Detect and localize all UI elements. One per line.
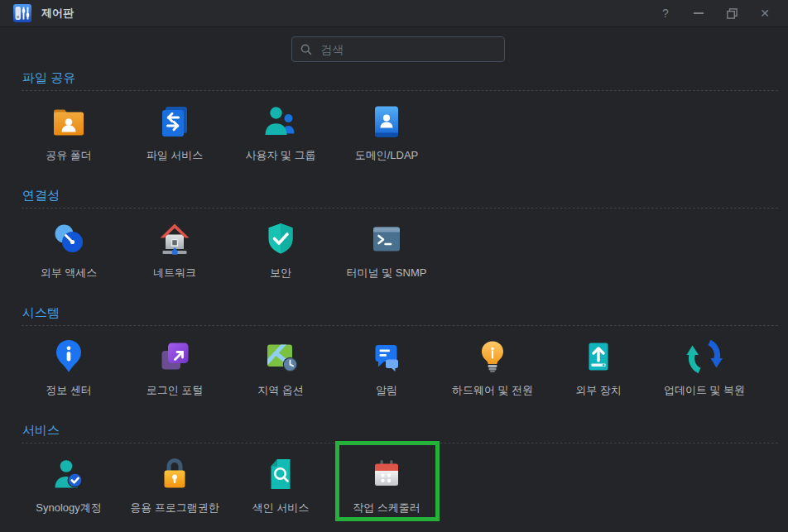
item-application-privileges[interactable]: 응용 프로그램권한 xyxy=(122,454,228,514)
section-title: 시스템 xyxy=(22,305,788,319)
item-terminal-snmp[interactable]: 터미널 및 SNMP xyxy=(334,219,440,279)
users-groups-icon xyxy=(261,102,300,141)
item-label: 로그인 포털 xyxy=(147,384,204,396)
synology-account-icon xyxy=(49,454,89,494)
item-label: 하드웨어 및 전원 xyxy=(452,384,533,396)
item-label: 공유 폴더 xyxy=(46,149,92,161)
item-external-devices[interactable]: 외부 장치 xyxy=(545,337,651,396)
item-label: 작업 스케줄러 xyxy=(353,501,420,514)
item-notifications[interactable]: 알림 xyxy=(334,337,440,396)
info-center-icon xyxy=(49,337,89,376)
security-icon xyxy=(261,219,300,259)
item-label: 정보 센터 xyxy=(46,384,92,396)
close-button[interactable]: ✕ xyxy=(758,7,771,20)
hardware-power-icon xyxy=(473,337,512,376)
network-icon xyxy=(155,219,195,259)
window-title: 제어판 xyxy=(41,6,74,21)
item-security[interactable]: 보안 xyxy=(228,219,334,279)
maximize-button[interactable] xyxy=(725,7,738,20)
control-panel-app-icon xyxy=(13,4,31,22)
item-label: 외부 장치 xyxy=(575,384,622,396)
search-icon xyxy=(300,43,312,56)
section-services: 서비스 Synology계정 xyxy=(0,423,788,514)
restore-icon xyxy=(727,8,738,19)
search-input[interactable] xyxy=(319,42,496,57)
login-portal-icon xyxy=(155,337,195,376)
section-title: 서비스 xyxy=(22,423,788,437)
item-indexing-service[interactable]: 색인 서비스 xyxy=(228,454,334,514)
item-info-center[interactable]: 정보 센터 xyxy=(16,337,122,396)
window-titlebar: 제어판 ? ✕ xyxy=(0,0,788,27)
shared-folder-icon xyxy=(49,102,89,141)
section-title: 파일 공유 xyxy=(22,70,788,84)
minimize-icon xyxy=(694,12,704,14)
item-network[interactable]: 네트워크 xyxy=(122,219,228,279)
section-connectivity: 연결성 외부 액세스 xyxy=(0,188,788,279)
item-label: 네트워크 xyxy=(153,266,196,279)
task-scheduler-icon xyxy=(367,454,406,494)
item-label: 파일 서비스 xyxy=(147,149,204,161)
item-label: 지역 옵션 xyxy=(257,384,304,396)
section-title: 연결성 xyxy=(22,188,788,202)
section-file-sharing: 파일 공유 공유 폴더 xyxy=(0,70,788,161)
item-shared-folder[interactable]: 공유 폴더 xyxy=(16,102,122,161)
item-label: 도메인/LDAP xyxy=(355,149,419,161)
item-regional-options[interactable]: 지역 옵션 xyxy=(228,337,334,396)
item-file-services[interactable]: 파일 서비스 xyxy=(122,102,228,161)
external-access-icon xyxy=(49,219,89,259)
search-row xyxy=(0,27,788,62)
item-users-groups[interactable]: 사용자 및 그룹 xyxy=(228,102,334,161)
indexing-service-icon xyxy=(261,454,300,494)
item-label: 터미널 및 SNMP xyxy=(347,266,427,279)
update-restore-icon xyxy=(685,337,724,376)
notifications-icon xyxy=(367,337,406,376)
external-devices-icon xyxy=(579,337,618,376)
item-label: 보안 xyxy=(270,266,291,279)
terminal-snmp-icon xyxy=(367,219,406,259)
item-domain-ldap[interactable]: 도메인/LDAP xyxy=(334,102,440,161)
domain-ldap-icon xyxy=(367,102,406,141)
item-label: 응용 프로그램권한 xyxy=(130,501,219,514)
search-box[interactable] xyxy=(291,36,505,62)
item-label: 색인 서비스 xyxy=(252,501,310,514)
regional-options-icon xyxy=(261,337,300,376)
item-label: Synology계정 xyxy=(36,501,101,514)
minimize-button[interactable] xyxy=(692,7,705,20)
item-label: 사용자 및 그룹 xyxy=(245,149,315,161)
item-update-restore[interactable]: 업데이트 및 복원 xyxy=(651,337,757,396)
item-label: 업데이트 및 복원 xyxy=(664,384,745,396)
item-hardware-power[interactable]: 하드웨어 및 전원 xyxy=(440,337,545,396)
item-label: 알림 xyxy=(376,384,397,396)
item-label: 외부 액세스 xyxy=(41,266,98,279)
application-privileges-icon xyxy=(155,454,195,494)
help-button[interactable]: ? xyxy=(659,7,672,20)
section-system: 시스템 정보 센터 xyxy=(0,305,788,396)
item-login-portal[interactable]: 로그인 포털 xyxy=(122,337,228,396)
item-external-access[interactable]: 외부 액세스 xyxy=(16,219,122,279)
item-task-scheduler[interactable]: 작업 스케줄러 xyxy=(334,454,440,514)
file-services-icon xyxy=(155,102,195,141)
item-synology-account[interactable]: Synology계정 xyxy=(16,454,122,514)
